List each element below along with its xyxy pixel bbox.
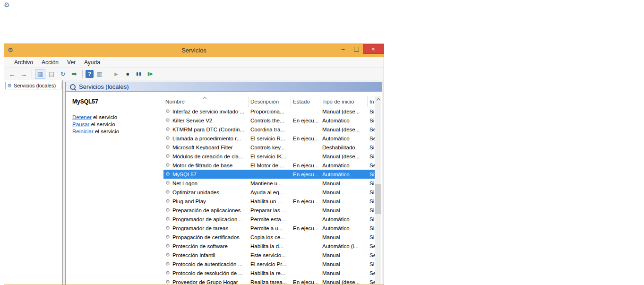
service-row[interactable]: ⚙Protocolo de resolución de ...Habilita … (163, 268, 375, 277)
forward-button[interactable]: → (18, 69, 29, 79)
service-row[interactable]: ⚙Net LogonMantiene u...ManualSi (163, 179, 375, 188)
service-gear-icon: ⚙ (165, 163, 170, 168)
service-startup-type-cell: Automático (320, 118, 368, 123)
service-gear-icon: ⚙ (165, 127, 170, 132)
service-name: Protección infantil (172, 252, 215, 258)
service-gear-icon: ⚙ (165, 190, 170, 195)
detener-service-link[interactable]: Detener (72, 114, 92, 120)
service-row[interactable]: ⚙Programador de tareasPermite a u...En e… (163, 224, 375, 233)
column-header-descripcion[interactable]: Descripción (249, 96, 291, 107)
service-row[interactable]: ⚙Módulos de creación de cla...El servici… (163, 152, 375, 161)
service-status-cell: En ejecu... (291, 225, 320, 231)
menu-item-ayuda[interactable]: Ayuda (80, 58, 104, 67)
service-row[interactable]: ⚙KTMRM para DTC (Coordin...Coordina tra.… (163, 125, 375, 134)
service-row[interactable]: ⚙Preparación de aplicacionesPreparar las… (163, 206, 375, 215)
reiniciar-service-link[interactable]: Reiniciar (72, 129, 94, 134)
menu-item-ver[interactable]: Ver (63, 58, 80, 67)
service-name: Proveedor de Grupo Hogar (172, 279, 238, 285)
service-description-cell: El servicio R... (249, 136, 291, 141)
maximize-icon (354, 47, 359, 52)
service-row[interactable]: ⚙Programador de aplicacion...Permite est… (163, 215, 375, 224)
menu-item-accion[interactable]: Acción (37, 58, 63, 67)
service-row[interactable]: ⚙Killer Service V2Controls the...En ejec… (163, 116, 375, 125)
service-gear-icon: ⚙ (165, 270, 170, 276)
tree-item-servicios-locales[interactable]: ⚙ Servicios (locales) (5, 82, 61, 89)
service-description-cell: Proporciona... (249, 109, 291, 114)
service-gear-icon: ⚙ (165, 172, 170, 177)
help-button[interactable]: ? (86, 70, 94, 78)
service-startup-type-cell: Manual (320, 181, 368, 186)
service-logon-cell: Si (368, 190, 375, 195)
service-row[interactable]: ⚙Protección de softwareHabilita la d...A… (163, 242, 375, 250)
service-logon-cell: Si (368, 172, 375, 177)
service-name: MySQL57 (172, 172, 197, 177)
service-description-cell: Realiza tarea... (249, 279, 291, 285)
service-name: Killer Service V2 (172, 118, 212, 123)
service-startup-type-cell: Manual (320, 190, 368, 195)
column-header-tipo-de-inicio[interactable]: Tipo de inicio (320, 96, 368, 107)
service-status-cell: En ejecu... (291, 136, 320, 141)
properties-button[interactable]: ▤ (46, 69, 57, 79)
back-button[interactable]: ← (7, 69, 17, 79)
caption-buttons: – × (336, 44, 384, 54)
service-logon-cell: Se (368, 279, 375, 285)
refresh-button[interactable]: ↻ (58, 69, 68, 79)
vertical-scrollbar[interactable] (375, 96, 381, 285)
pause-service-button[interactable]: ▮▮ (134, 69, 144, 79)
titlebar[interactable]: ⚙ Servicios – × (4, 44, 384, 57)
service-row[interactable]: ⚙Motor de filtrado de baseEl Motor de ..… (163, 161, 375, 170)
service-name: Optimizar unidades (172, 190, 219, 195)
service-name: Programador de tareas (172, 225, 228, 231)
service-name: Interfaz de servicio invitado ... (172, 109, 244, 114)
stop-service-button[interactable]: ■ (122, 69, 133, 79)
export-list-button[interactable]: ⇒ (69, 69, 79, 79)
service-name-cell: ⚙Protocolo de autenticación ... (163, 261, 249, 267)
restart-service-button[interactable]: ▮▶ (145, 69, 155, 79)
service-row[interactable]: ⚙Protección infantilEste servicio...Manu… (163, 250, 375, 259)
service-logon-cell: Se (368, 136, 375, 141)
scrollbar-thumb[interactable] (375, 184, 381, 214)
service-logon-cell: Se (368, 163, 375, 168)
column-header-estado[interactable]: Estado (291, 96, 320, 107)
service-startup-type-cell: Automático (i... (320, 243, 368, 249)
service-actions: Detener el servicioPausar el servicioRei… (72, 114, 163, 135)
service-name-cell: ⚙Programador de tareas (163, 225, 249, 231)
service-row[interactable]: ⚙Llamada a procedimiento r...El servicio… (163, 134, 375, 143)
service-startup-type-cell: Manual (dese... (320, 154, 368, 159)
scrollbar-up-button[interactable] (375, 96, 381, 103)
action-suffix: el servicio (92, 114, 117, 120)
service-row[interactable]: ⚙Optimizar unidadesAyuda al eq...ManualS… (163, 188, 375, 197)
column-header-nombre[interactable]: Nombre (163, 96, 249, 107)
pausar-service-link[interactable]: Pausar (72, 121, 89, 127)
menu-item-archivo[interactable]: Archivo (10, 58, 37, 67)
show-console-tree-button[interactable]: ▦ (35, 69, 45, 79)
service-status-cell: En ejecu... (291, 163, 320, 168)
service-row[interactable]: ⚙Protocolo de autenticación ...El servic… (163, 259, 375, 268)
service-row[interactable]: ⚙Proveedor de Grupo HogarRealiza tarea..… (163, 277, 375, 285)
service-name: Motor de filtrado de base (172, 163, 232, 168)
service-gear-icon: ⚙ (165, 154, 170, 159)
service-row[interactable]: ⚙Interfaz de servicio invitado ...Propor… (163, 107, 375, 116)
service-row[interactable]: ⚙Propagación de certificadosCopia los ce… (163, 233, 375, 242)
service-row[interactable]: ⚙Microsoft Keyboard FilterControls key..… (163, 143, 375, 152)
service-description-cell: El servicio Pr... (249, 261, 291, 267)
start-service-button[interactable]: ▶ (111, 69, 121, 79)
service-name: Programador de aplicacion... (172, 216, 242, 222)
close-button[interactable]: × (363, 44, 384, 54)
minimize-button[interactable]: – (336, 44, 350, 54)
service-row[interactable]: ⚙Plug and PlayHabilita un ...En ejecu...… (163, 197, 375, 206)
service-gear-icon: ⚙ (165, 261, 170, 267)
extended-view-button[interactable]: ▥ (94, 69, 105, 79)
selected-service-title: MySQL57 (72, 98, 163, 105)
maximize-button[interactable] (350, 44, 363, 54)
service-name-cell: ⚙Net Logon (163, 181, 249, 186)
service-logon-cell: Si (368, 207, 375, 213)
column-header-inicio-sesion[interactable]: In (368, 96, 375, 107)
service-name-cell: ⚙Plug and Play (163, 199, 249, 204)
service-status-cell: En ejecu... (291, 279, 320, 285)
service-name-cell: ⚙Preparación de aplicaciones (163, 207, 249, 213)
service-name: Propagación de certificados (172, 234, 240, 240)
service-row[interactable]: ⚙MySQL57En ejecu...AutomáticoSi (163, 170, 375, 179)
service-status-cell: En ejecu... (291, 118, 320, 123)
service-logon-cell: Si (368, 109, 375, 114)
